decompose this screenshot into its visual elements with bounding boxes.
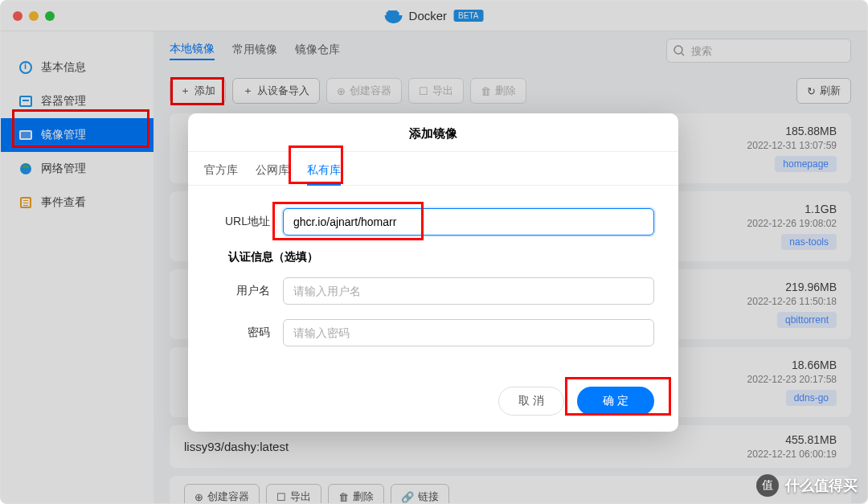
modal-title: 添加镜像 (188, 113, 678, 152)
modal-tab-official[interactable]: 官方库 (204, 163, 238, 185)
modal-tab-public[interactable]: 公网库 (256, 163, 289, 185)
watermark-icon: 值 (756, 474, 779, 497)
username-input[interactable] (283, 277, 654, 305)
pwd-label: 密码 (212, 326, 283, 340)
add-image-modal: 添加镜像 官方库 公网库 私有库 URL地址 认证信息（选填） 用户名 密码 取… (188, 113, 678, 432)
url-input[interactable] (283, 208, 654, 236)
url-label: URL地址 (212, 215, 283, 229)
watermark: 值 什么值得买 (756, 474, 858, 497)
watermark-text: 什么值得买 (785, 476, 858, 495)
password-input[interactable] (283, 319, 654, 346)
auth-section-label: 认证信息（选填） (212, 250, 654, 264)
user-label: 用户名 (212, 284, 283, 298)
cancel-button[interactable]: 取 消 (498, 387, 564, 416)
modal-tab-private[interactable]: 私有库 (307, 163, 341, 186)
confirm-button[interactable]: 确 定 (577, 387, 654, 416)
